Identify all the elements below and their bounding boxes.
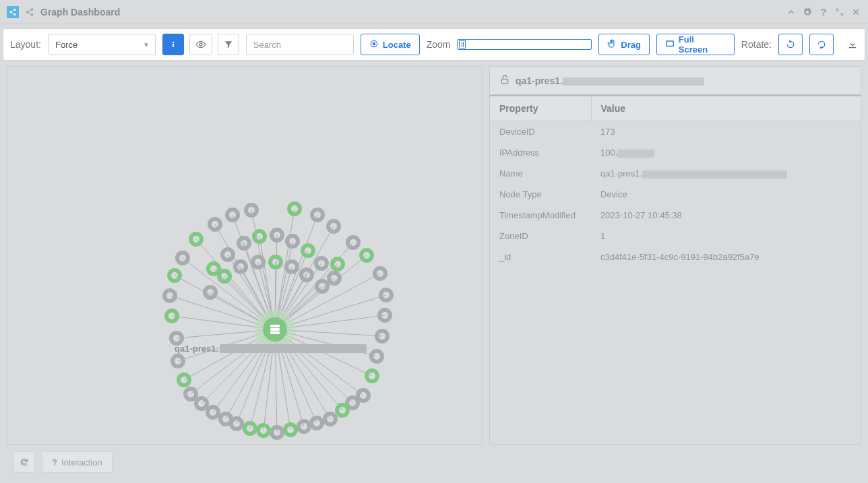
- help-icon: ?: [52, 457, 57, 468]
- svg-rect-64: [270, 328, 280, 331]
- property-key: _id: [490, 247, 591, 267]
- expand-icon[interactable]: [834, 7, 845, 18]
- visibility-button[interactable]: [189, 34, 212, 55]
- property-value: 100.: [591, 142, 861, 163]
- property-key: ZoneID: [490, 226, 591, 247]
- target-icon: [369, 39, 379, 51]
- col-property: Property: [490, 96, 591, 121]
- svg-point-0: [173, 42, 174, 43]
- center-node-label: qa1-pres1.: [175, 344, 367, 354]
- property-value: 173: [591, 121, 861, 143]
- redacted-text: [563, 77, 704, 86]
- gear-icon[interactable]: [802, 7, 813, 18]
- property-value: 1: [591, 226, 861, 247]
- property-key: Name: [490, 163, 591, 184]
- footer-toolbar: ? Interaction: [0, 445, 868, 480]
- collapse-icon[interactable]: [786, 7, 797, 18]
- app-logo-icon: [7, 6, 19, 18]
- close-icon[interactable]: [850, 7, 861, 18]
- app-header: Graph Dashboard ?: [0, 0, 868, 24]
- svg-point-4: [373, 42, 375, 45]
- table-row: Nameqa1-pres1.: [490, 163, 861, 184]
- refresh-button[interactable]: [13, 451, 35, 473]
- interaction-button[interactable]: ? Interaction: [42, 451, 113, 473]
- svg-rect-65: [270, 331, 280, 334]
- filter-button[interactable]: [218, 34, 239, 55]
- svg-rect-121: [501, 79, 507, 84]
- search-input[interactable]: [246, 34, 354, 55]
- svg-point-2: [199, 43, 202, 46]
- table-row: TimestampModified2023-10-27 10:45:38: [490, 205, 861, 226]
- rotate-label: Rotate:: [741, 39, 772, 50]
- table-row: Node TypeDevice: [490, 184, 861, 205]
- property-value: 2023-10-27 10:45:38: [591, 205, 861, 226]
- property-key: IPAddress: [490, 142, 591, 163]
- zoom-label: Zoom: [427, 39, 451, 50]
- download-icon[interactable]: [847, 39, 858, 50]
- graph-canvas[interactable]: qa1-pres1.: [7, 66, 483, 445]
- svg-rect-5: [666, 40, 674, 46]
- rotate-ccw-button[interactable]: [778, 34, 803, 55]
- property-key: DeviceID: [490, 121, 591, 143]
- unlock-icon: [499, 74, 510, 87]
- interaction-label: Interaction: [61, 457, 102, 468]
- table-row: _idc3d4f41e-5f31-4c9c-9191-94b2a92f5a7e: [490, 247, 861, 267]
- chevron-down-icon: ▼: [143, 41, 150, 49]
- property-key: Node Type: [490, 184, 591, 205]
- col-value: Value: [591, 96, 861, 121]
- layout-label: Layout:: [10, 39, 41, 50]
- details-panel: qa1-pres1. Property Value DeviceID173IPA…: [489, 66, 861, 445]
- svg-rect-63: [270, 325, 280, 327]
- locate-label: Locate: [383, 40, 411, 50]
- toolbar: Layout: Force ▼ Locate Zoom Drag: [3, 28, 865, 61]
- layout-select[interactable]: Force ▼: [48, 34, 156, 55]
- table-row: IPAddress100.: [490, 142, 861, 163]
- table-row: ZoneID1: [490, 226, 861, 247]
- locate-button[interactable]: Locate: [361, 34, 420, 55]
- drag-label: Drag: [621, 40, 641, 50]
- help-icon[interactable]: ?: [818, 7, 829, 18]
- property-value: c3d4f41e-5f31-4c9c-9191-94b2a92f5a7e: [591, 247, 861, 267]
- redacted-text: [220, 344, 367, 353]
- properties-table: Property Value DeviceID173IPAddress100.N…: [490, 95, 861, 267]
- property-value: qa1-pres1.: [591, 163, 861, 184]
- layout-select-value: Force: [55, 40, 78, 50]
- property-key: TimestampModified: [490, 205, 591, 226]
- svg-rect-1: [173, 44, 174, 47]
- screen-icon: [665, 39, 675, 51]
- table-row: DeviceID173: [490, 121, 861, 143]
- rotate-cw-button[interactable]: [809, 34, 834, 55]
- info-button[interactable]: [162, 34, 184, 55]
- zoom-slider-thumb[interactable]: [459, 40, 466, 49]
- page-title: Graph Dashboard: [40, 7, 120, 18]
- center-node-label-text: qa1-pres1.: [175, 344, 218, 354]
- zoom-slider[interactable]: [457, 39, 592, 50]
- details-header: qa1-pres1.: [490, 67, 861, 95]
- property-value: Device: [591, 184, 861, 205]
- share-icon: [24, 7, 35, 18]
- drag-button[interactable]: Drag: [598, 34, 650, 55]
- fullscreen-button[interactable]: Full Screen: [656, 34, 735, 55]
- hand-icon: [607, 39, 617, 51]
- fullscreen-label: Full Screen: [679, 34, 726, 55]
- details-title: qa1-pres1.: [516, 75, 704, 86]
- details-title-text: qa1-pres1.: [516, 75, 563, 86]
